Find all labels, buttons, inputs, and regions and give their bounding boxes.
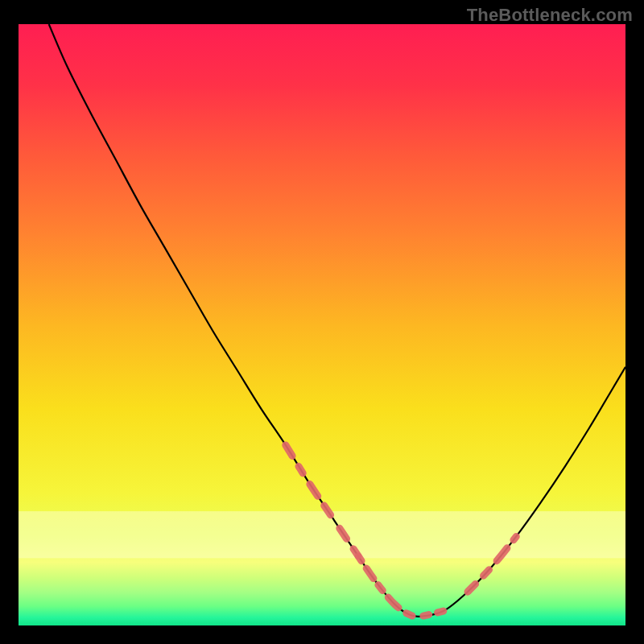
pale-horizontal-band — [19, 511, 625, 558]
plot-area — [19, 24, 625, 625]
chart-frame: TheBottleneck.com — [0, 0, 644, 644]
watermark-text: TheBottleneck.com — [467, 5, 633, 26]
chart-svg — [19, 24, 625, 625]
